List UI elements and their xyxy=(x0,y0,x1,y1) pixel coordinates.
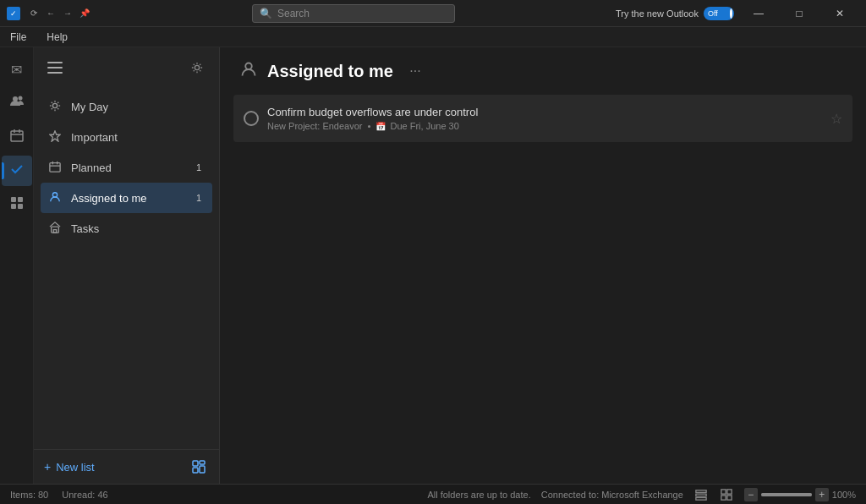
hamburger-line-1 xyxy=(47,62,63,63)
items-count: Items: 80 xyxy=(10,490,48,500)
svg-rect-39 xyxy=(727,495,732,499)
hamburger-line-2 xyxy=(47,67,63,68)
zoom-out-button[interactable]: − xyxy=(744,488,758,501)
title-bar-controls: ✓ ⟳ ← → 📌 xyxy=(7,7,91,20)
search-placeholder: Search xyxy=(277,8,310,19)
nav-badge-assigned-to-me: 1 xyxy=(192,193,206,203)
svg-line-18 xyxy=(52,108,52,109)
new-list-button[interactable]: + New list xyxy=(44,460,95,474)
svg-rect-6 xyxy=(11,197,16,202)
menu-file[interactable]: File xyxy=(7,30,30,45)
task-checkbox[interactable] xyxy=(244,111,259,126)
nav-item-tasks[interactable]: Tasks xyxy=(41,213,212,244)
title-bar: ✓ ⟳ ← → 📌 🔍 Search Try the new Outlook O… xyxy=(0,0,866,27)
view-list-button[interactable] xyxy=(693,487,709,502)
zoom-level: 100% xyxy=(832,490,856,500)
app-icon: ✓ xyxy=(7,7,20,20)
sun-icon xyxy=(47,100,63,114)
nav-item-my-day[interactable]: My Day xyxy=(41,91,212,122)
hamburger-line-3 xyxy=(47,72,63,74)
people-icon xyxy=(10,95,24,112)
nav-label-planned: Planned xyxy=(71,162,184,174)
task-due-calendar-icon: 📅 xyxy=(375,122,386,131)
mail-icon: ✉ xyxy=(11,62,22,78)
svg-point-25 xyxy=(52,192,57,196)
sidebar-footer: + New list xyxy=(34,449,219,484)
search-icon: 🔍 xyxy=(260,8,272,19)
task-content: Confirm budget overflows are under contr… xyxy=(267,106,822,131)
content-area: Assigned to me ··· Confirm budget overfl… xyxy=(220,47,866,484)
page-title: Assigned to me xyxy=(267,62,393,81)
search-box[interactable]: 🔍 Search xyxy=(252,4,455,23)
view-grid-button[interactable] xyxy=(719,487,734,502)
nav-item-important[interactable]: Important xyxy=(41,122,212,152)
svg-rect-33 xyxy=(696,490,706,492)
task-meta-separator xyxy=(368,125,370,128)
sidebar-item-people[interactable] xyxy=(2,88,32,118)
nav-item-planned[interactable]: Planned 1 xyxy=(41,152,212,183)
svg-rect-29 xyxy=(200,461,205,464)
window-controls: — □ ✕ xyxy=(739,0,859,27)
calendar-icon xyxy=(10,129,24,145)
search-area: 🔍 Search xyxy=(91,4,616,23)
group-list-icon[interactable] xyxy=(189,457,209,477)
sidebar-item-calendar[interactable] xyxy=(2,122,32,152)
minimize-button[interactable]: — xyxy=(739,0,778,27)
zoom-in-button[interactable]: + xyxy=(815,488,829,501)
sidebar: My Day Important xyxy=(34,47,220,484)
apps-icon xyxy=(10,196,24,213)
home-icon xyxy=(47,222,63,236)
task-project: New Project: Endeavor xyxy=(267,121,363,131)
nav-item-assigned-to-me[interactable]: Assigned to me 1 xyxy=(41,183,212,213)
svg-rect-28 xyxy=(193,461,198,466)
svg-rect-2 xyxy=(11,131,23,141)
sidebar-header xyxy=(34,47,219,88)
hamburger-button[interactable] xyxy=(44,56,68,79)
zoom-slider[interactable] xyxy=(761,493,812,496)
checkmark-icon xyxy=(10,162,24,179)
connection-status: Connected to: Microsoft Exchange xyxy=(541,490,683,500)
menu-help[interactable]: Help xyxy=(43,30,71,45)
svg-rect-34 xyxy=(696,494,706,496)
task-meta: New Project: Endeavor 📅 Due Fri, June 30 xyxy=(267,121,822,131)
content-header: Assigned to me ··· xyxy=(220,47,866,95)
plus-icon: + xyxy=(44,460,51,474)
svg-rect-27 xyxy=(53,229,57,233)
main-area: ✉ xyxy=(0,47,866,484)
settings-button[interactable] xyxy=(185,56,209,79)
svg-rect-37 xyxy=(727,489,732,493)
task-due-date: Due Fri, June 30 xyxy=(391,121,459,131)
task-item[interactable]: Confirm budget overflows are under contr… xyxy=(233,95,852,142)
svg-rect-7 xyxy=(18,197,23,202)
outlook-toggle[interactable]: Off xyxy=(704,7,734,20)
new-list-label: New list xyxy=(56,461,95,474)
sidebar-nav: My Day Important xyxy=(34,88,219,449)
zoom-slider-fill xyxy=(761,493,812,496)
task-star-button[interactable]: ☆ xyxy=(830,111,842,127)
window-back-btn[interactable]: ← xyxy=(44,7,58,20)
unread-count: Unread: 46 xyxy=(62,490,107,500)
nav-label-important: Important xyxy=(71,131,184,144)
content-header-icon xyxy=(240,61,257,82)
sidebar-item-mail[interactable]: ✉ xyxy=(2,54,32,85)
maximize-button[interactable]: □ xyxy=(780,0,819,27)
svg-line-19 xyxy=(58,101,58,102)
svg-rect-31 xyxy=(200,466,205,473)
status-bar-right: All folders are up to date. Connected to… xyxy=(427,487,856,502)
outlook-toggle-label: Try the new Outlook xyxy=(616,8,699,19)
title-bar-right: Try the new Outlook Off — □ ✕ xyxy=(616,0,859,27)
calendar-list-icon xyxy=(47,161,63,175)
status-bar: Items: 80 Unread: 46 All folders are up … xyxy=(0,484,866,504)
sidebar-item-apps[interactable] xyxy=(2,189,32,220)
svg-rect-8 xyxy=(11,204,16,209)
sidebar-item-tasks[interactable] xyxy=(2,156,32,186)
close-button[interactable]: ✕ xyxy=(820,0,859,27)
window-restore-btn[interactable]: ⟳ xyxy=(27,7,41,20)
zoom-controls: − + 100% xyxy=(744,488,856,501)
window-forward-btn[interactable]: → xyxy=(61,7,74,20)
svg-point-10 xyxy=(195,65,199,69)
nav-label-my-day: My Day xyxy=(71,101,184,113)
window-pin-btn[interactable]: 📌 xyxy=(78,7,91,20)
icon-bar: ✉ xyxy=(0,47,34,484)
content-more-button[interactable]: ··· xyxy=(403,59,427,83)
